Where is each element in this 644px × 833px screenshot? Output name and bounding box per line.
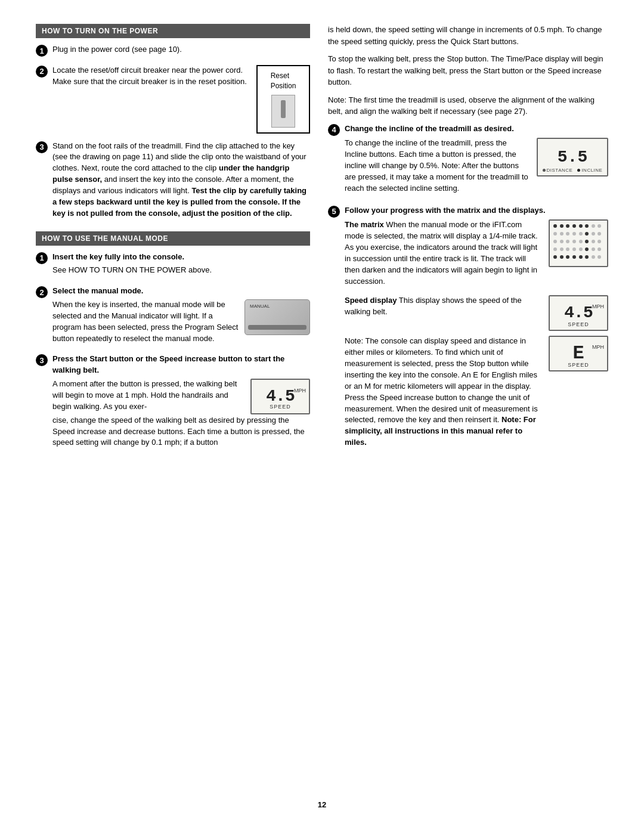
manual-step-num-2: 2 [36,286,48,298]
reset-position-box: ResetPosition [256,65,310,134]
step-3-para: Stand on the foot rails of the treadmill… [52,141,310,219]
incline-text: INCLINE [581,168,602,173]
md-32 [597,247,601,251]
speed-number-left: 4.5 [266,388,294,405]
md-36 [572,255,576,259]
speed-display-text: Speed display This display shows the spe… [345,295,543,321]
right-step-5-bold: Follow your progress with the matrix and… [345,205,608,216]
speed-label-right: SPEED [568,321,589,327]
manual-step-num-3: 3 [36,354,48,366]
two-column-layout: HOW TO TURN ON THE POWER 1 Plug in the p… [36,24,608,788]
right-column: is held down, the speed setting will cha… [328,24,608,788]
right-step-4-with-img: To change the incline of the treadmill, … [345,138,608,197]
distance-incline-display: 5.5 DISTANCE INCLINE [537,138,608,176]
right-step-num-4: 4 [328,124,340,136]
step-2-power: 2 Locate the reset/off circuit breaker n… [36,65,310,134]
manual-step-3-with-img: A moment after the button is pressed, th… [52,379,310,415]
md-8 [597,224,601,228]
md-6 [585,224,589,228]
md-28 [572,247,576,251]
incline-display-container: 5.5 DISTANCE INCLINE [537,138,608,176]
matrix-display [549,219,608,267]
md-23 [592,240,595,243]
md-18 [560,240,564,243]
speed-number-right: 4.5 [564,305,592,321]
right-step-4: 4 Change the incline of the treadmill as… [328,123,608,198]
manual-step-2-text: When the key is inserted, the manual mod… [52,299,239,346]
manual-step-2-content: Select the manual mode. When the key is … [52,286,310,346]
manual-step-2-with-img: When the key is inserted, the manual mod… [52,299,310,346]
matrix-para: The matrix When the manual mode or the i… [345,219,543,287]
incline-label: INCLINE [577,168,602,173]
page: HOW TO TURN ON THE POWER 1 Plug in the p… [0,0,644,833]
md-30 [585,247,589,251]
e-display-wrapper: MPH E SPEED [549,336,608,371]
md-2 [560,224,564,228]
md-21 [579,240,583,243]
speed-display-section: Speed display This display shows the spe… [345,295,608,331]
step-num-1: 1 [36,45,48,57]
note-text: Note: The console can display speed and … [345,336,543,451]
manual-step-1-text: See HOW TO TURN ON THE POWER above. [52,265,310,276]
right-step-4-text: To change the incline of the treadmill, … [345,138,531,197]
step-3-content: Stand on the foot rails of the treadmill… [52,141,310,222]
md-19 [566,240,569,243]
manual-step-2-bold: Select the manual mode. [52,286,310,297]
step-2-with-img: Locate the reset/off circuit breaker nea… [52,65,310,134]
md-25 [553,247,557,251]
right-step-5-content: Follow your progress with the matrix and… [345,205,608,452]
reset-label: ResetPosition [271,71,296,92]
distance-label: DISTANCE [543,168,573,173]
breaker-image [271,95,295,128]
e-mph: MPH [592,344,604,350]
md-1 [553,224,557,228]
step-3-bold2: Test the clip by carefully taking a few … [52,186,306,218]
md-14 [585,232,589,236]
manual-step-2-para: When the key is inserted, the manual mod… [52,299,239,344]
note-para: Note: The console can display speed and … [345,336,543,448]
speed-display-right-wrapper: MPH 4.5 SPEED [549,295,608,331]
md-16 [597,232,601,236]
md-4 [572,224,576,228]
step-num-2: 2 [36,66,48,78]
md-27 [566,247,569,251]
md-35 [566,255,569,259]
md-26 [560,247,564,251]
step-3-power: 3 Stand on the foot rails of the treadmi… [36,141,310,222]
md-12 [572,232,576,236]
manual-step-3-para: A moment after the button is pressed, th… [52,379,244,413]
right-para1: is held down, the speed setting will cha… [328,24,608,47]
md-11 [566,232,569,236]
manual-step-3-text: A moment after the button is pressed, th… [52,379,244,415]
manual-step-num-1: 1 [36,252,48,264]
step-2-para: Locate the reset/off circuit breaker nea… [52,65,250,88]
matrix-section: The matrix When the manual mode or the i… [345,219,608,290]
right-step-5: 5 Follow your progress with the matrix a… [328,205,608,452]
md-33 [553,255,557,259]
step-num-3: 3 [36,141,48,153]
speed-label-left: SPEED [270,403,291,411]
right-step-4-bold: Change the incline of the treadmill as d… [345,123,608,135]
step-1-content: Plug in the power cord (see page 10). [52,44,310,58]
e-number: E [572,344,584,363]
left-column: HOW TO TURN ON THE POWER 1 Plug in the p… [36,24,310,788]
md-38 [585,255,589,259]
e-speed-label: SPEED [568,362,589,368]
manual-step-3-bold: Press the Start button or the Speed incr… [52,354,310,376]
section2-header: HOW TO USE THE MANUAL MODE [36,231,310,246]
md-17 [553,240,557,243]
md-5 [579,224,583,228]
md-37 [579,255,583,259]
step-1-text: Plug in the power cord (see page 10). [52,44,310,55]
manual-step-1-content: Insert the key fully into the console. S… [52,252,310,279]
md-24 [597,240,601,243]
md-15 [592,232,595,236]
md-9 [553,232,557,236]
step-2-content: Locate the reset/off circuit breaker nea… [52,65,310,134]
manual-step-3-para2: cise, change the speed of the walking be… [52,415,310,449]
speed-display-right: MPH 4.5 SPEED [549,295,608,331]
md-7 [592,224,595,228]
md-39 [592,255,595,259]
incline-dot [577,169,580,172]
note-bold: Note: For simplicity, all instructions i… [345,415,536,447]
